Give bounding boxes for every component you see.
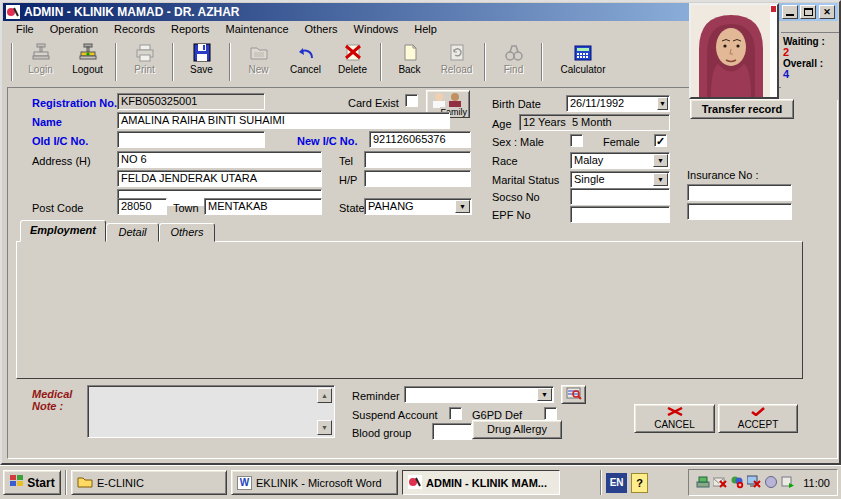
- cancel-button[interactable]: CANCEL: [634, 404, 715, 433]
- state-dropdown-icon[interactable]: ▼: [455, 200, 470, 213]
- scheduler-tray-icon[interactable]: [781, 475, 795, 491]
- town-field[interactable]: MENTAKAB: [204, 198, 322, 215]
- maximize-button[interactable]: [800, 5, 816, 19]
- print-button: Print: [121, 41, 168, 83]
- menu-records[interactable]: Records: [106, 22, 163, 36]
- name-label: Name: [32, 116, 62, 128]
- binoculars-icon: [503, 43, 525, 63]
- insurance-field-1[interactable]: [687, 184, 792, 201]
- hp-field[interactable]: [364, 170, 471, 187]
- logout-stamp-icon: [77, 43, 99, 63]
- medical-note-textarea[interactable]: ▲ ▼: [87, 385, 335, 438]
- toolbar-separator: [11, 43, 13, 81]
- drug-allergy-button[interactable]: Drug Allergy: [472, 420, 562, 439]
- tab-others[interactable]: Others: [159, 223, 215, 242]
- address-h-line2-field[interactable]: FELDA JENDERAK UTARA: [117, 170, 322, 187]
- menu-windows[interactable]: Windows: [346, 22, 407, 36]
- name-field[interactable]: AMALINA RAIHA BINTI SUHAIMI: [117, 112, 450, 129]
- maximize-icon: [804, 8, 813, 16]
- logout-button[interactable]: Logout: [64, 41, 111, 83]
- address-h-line1-field[interactable]: NO 6: [117, 151, 322, 168]
- state-dropdown[interactable]: PAHANG ▼: [364, 198, 472, 215]
- floppy-disk-icon: [191, 43, 213, 63]
- birth-date-dropdown-icon[interactable]: ▼: [657, 97, 668, 110]
- menu-reports[interactable]: Reports: [163, 22, 218, 36]
- card-exist-checkbox[interactable]: [405, 94, 418, 107]
- desktop: ADMIN - KLINIK MAMAD - DR. AZHAR ✕ File …: [0, 0, 841, 499]
- start-label: Start: [27, 476, 54, 490]
- sex-female-checkbox[interactable]: ✓: [654, 134, 667, 147]
- new-ic-field[interactable]: 921126065376: [369, 131, 471, 148]
- scroll-down-icon[interactable]: ▼: [317, 420, 332, 435]
- g6pd-def-checkbox[interactable]: [544, 407, 557, 420]
- menu-maintenance[interactable]: Maintenance: [218, 22, 297, 36]
- insurance-field-2[interactable]: [687, 203, 792, 220]
- back-button[interactable]: Back: [386, 41, 433, 83]
- toolbar-label: Back: [398, 64, 420, 75]
- address-h-label: Address (H): [32, 155, 91, 167]
- cancel-toolbar-button[interactable]: Cancel: [282, 41, 329, 83]
- minimize-button[interactable]: [782, 5, 798, 19]
- old-ic-label: Old I/C No.: [32, 135, 88, 147]
- menu-others[interactable]: Others: [297, 22, 346, 36]
- town-label: Town: [173, 202, 199, 214]
- menu-help[interactable]: Help: [406, 22, 445, 36]
- card-exist-label: Card Exist: [348, 97, 399, 109]
- reminder-label: Reminder: [352, 390, 400, 402]
- race-dropdown[interactable]: Malay ▼: [570, 152, 670, 169]
- help-indicator[interactable]: ?: [631, 473, 648, 493]
- patient-photo: [689, 3, 779, 99]
- birth-date-field[interactable]: 26/11/1992 ▼: [566, 95, 670, 112]
- accept-button-label: ACCEPT: [738, 419, 779, 430]
- display-error-tray-icon[interactable]: [747, 475, 761, 491]
- birth-date-label: Birth Date: [492, 98, 541, 110]
- toolbar-label: Cancel: [290, 64, 321, 75]
- old-ic-field[interactable]: [117, 131, 265, 148]
- calculator-button[interactable]: Calculator: [547, 41, 619, 83]
- task-admin-klinik[interactable]: ADMIN - KLINIK MAM...: [402, 470, 560, 495]
- tab-detail[interactable]: Detail: [106, 223, 159, 242]
- task-eclinic[interactable]: E-CLINIC: [71, 470, 227, 495]
- waiting-label: Waiting :: [783, 36, 839, 47]
- scroll-up-icon[interactable]: ▲: [317, 388, 332, 403]
- volume-tray-icon[interactable]: [764, 475, 778, 491]
- language-indicator[interactable]: EN: [606, 473, 627, 493]
- marital-status-dropdown[interactable]: Single ▼: [570, 171, 670, 188]
- task-word[interactable]: W EKLINIK - Microsoft Word: [231, 470, 398, 495]
- sex-male-checkbox[interactable]: [570, 134, 583, 147]
- transfer-record-button[interactable]: Transfer record: [690, 99, 794, 119]
- waiting-count: 2: [783, 47, 839, 58]
- post-code-field[interactable]: 28050: [117, 198, 167, 215]
- socso-field[interactable]: [570, 188, 670, 205]
- start-button[interactable]: Start: [3, 470, 61, 495]
- blood-group-field[interactable]: [432, 423, 472, 440]
- reminder-dropdown[interactable]: ▼: [404, 386, 554, 403]
- reminder-search-button[interactable]: [561, 385, 586, 404]
- cancel-button-label: CANCEL: [654, 419, 695, 430]
- minimize-icon: [786, 14, 794, 16]
- toolbar-label: Save: [190, 64, 213, 75]
- tel-field[interactable]: [364, 151, 471, 168]
- save-button[interactable]: Save: [178, 41, 225, 83]
- insurance-no-label: Insurance No :: [687, 169, 759, 181]
- toolbar: Login Logout Print Save New: [3, 38, 695, 85]
- tab-employment[interactable]: Employment: [20, 220, 106, 242]
- menu-operation[interactable]: Operation: [42, 22, 106, 36]
- messenger-tray-icon[interactable]: [730, 475, 744, 491]
- taskbar-separator: [600, 470, 602, 495]
- toolbar-label: Calculator: [560, 64, 605, 75]
- marital-status-dropdown-icon[interactable]: ▼: [653, 173, 668, 186]
- delete-button[interactable]: Delete: [329, 41, 376, 83]
- suspend-account-checkbox[interactable]: [449, 407, 462, 420]
- login-button: Login: [17, 41, 64, 83]
- race-dropdown-icon[interactable]: ▼: [653, 154, 668, 167]
- app-icon: [6, 5, 20, 19]
- system-tray: 11:00: [688, 469, 838, 496]
- device-tray-icon[interactable]: [696, 475, 710, 491]
- accept-button[interactable]: ACCEPT: [718, 404, 798, 433]
- close-button[interactable]: ✕: [819, 5, 835, 19]
- menu-file[interactable]: File: [8, 22, 42, 36]
- mail-error-tray-icon[interactable]: [713, 475, 727, 491]
- epf-field[interactable]: [570, 206, 670, 223]
- reminder-dropdown-icon[interactable]: ▼: [537, 388, 552, 401]
